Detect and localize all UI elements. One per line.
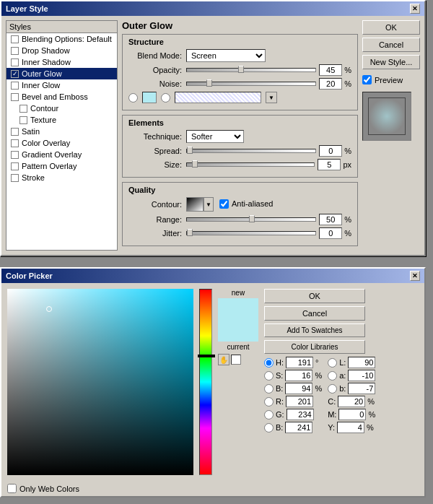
- cp-ok-button[interactable]: OK: [264, 289, 365, 303]
- l-input[interactable]: 90: [348, 357, 375, 368]
- l-row: L: 90: [328, 357, 375, 368]
- color-radio-gradient[interactable]: [161, 93, 170, 103]
- sidebar-item-stroke[interactable]: Stroke: [6, 172, 117, 183]
- preview-box: [362, 92, 411, 141]
- cp-cancel-button[interactable]: Cancel: [264, 306, 365, 321]
- preview-checkbox[interactable]: [362, 75, 372, 84]
- gradient-swatch[interactable]: [175, 92, 261, 103]
- spread-thumb[interactable]: [187, 147, 193, 154]
- r-input[interactable]: 201: [286, 396, 313, 407]
- sidebar-item-contour[interactable]: Contour: [6, 103, 117, 114]
- noise-input[interactable]: 20: [319, 78, 342, 90]
- noise-thumb[interactable]: [206, 79, 212, 87]
- jitter-thumb[interactable]: [187, 229, 193, 236]
- r-radio[interactable]: [264, 397, 274, 407]
- new-style-button[interactable]: New Style...: [362, 55, 420, 69]
- size-thumb[interactable]: [192, 160, 198, 168]
- sidebar-item-pattern-overlay[interactable]: Pattern Overlay: [6, 160, 117, 172]
- solid-color-swatch[interactable]: [142, 92, 157, 103]
- range-thumb[interactable]: [249, 215, 255, 222]
- sidebar-item-drop-shadow[interactable]: Drop Shadow: [6, 45, 117, 56]
- pattern-overlay-checkbox[interactable]: [11, 162, 19, 170]
- stroke-checkbox[interactable]: [11, 174, 19, 182]
- gradient-dropdown-arrow[interactable]: ▼: [266, 92, 277, 103]
- anti-aliased-checkbox[interactable]: [219, 199, 229, 209]
- range-input[interactable]: 50: [319, 214, 342, 225]
- b-cie-radio[interactable]: [328, 384, 337, 394]
- layer-style-right-buttons: OK Cancel New Style... Preview: [362, 20, 420, 251]
- outer-glow-checkbox[interactable]: ✓: [11, 70, 19, 78]
- color-radio-solid[interactable]: [128, 93, 138, 103]
- quality-title: Quality: [128, 186, 351, 194]
- g-input[interactable]: 234: [287, 409, 314, 420]
- blend-mode-dropdown[interactable]: Screen: [186, 49, 266, 62]
- cancel-button[interactable]: Cancel: [362, 38, 420, 52]
- bf-radio[interactable]: [264, 423, 274, 433]
- saturation-radio[interactable]: [264, 371, 274, 381]
- outer-glow-title: Outer Glow: [122, 20, 358, 31]
- gradient-overlay-checkbox[interactable]: [11, 151, 19, 159]
- b-cie-input[interactable]: -7: [348, 383, 375, 394]
- brightness-radio[interactable]: [264, 384, 274, 394]
- sidebar-item-gradient-overlay[interactable]: Gradient Overlay: [6, 149, 117, 160]
- texture-checkbox[interactable]: [19, 116, 27, 124]
- m-input[interactable]: 0: [338, 409, 366, 420]
- sidebar-item-blending-options[interactable]: Blending Options: Default: [6, 33, 117, 45]
- r-row: R: 201: [264, 396, 322, 407]
- sidebar-item-inner-glow[interactable]: Inner Glow: [6, 79, 117, 91]
- drop-shadow-checkbox[interactable]: [11, 47, 19, 55]
- layer-style-close-button[interactable]: ✕: [410, 4, 420, 14]
- opacity-slider[interactable]: [186, 68, 316, 72]
- color-picker-window: Color Picker ✕ new current ✋ OK: [0, 267, 426, 498]
- color-field[interactable]: [7, 289, 193, 475]
- sidebar-item-satin[interactable]: Satin: [6, 126, 117, 137]
- contour-dropdown-arrow[interactable]: ▼: [204, 197, 214, 212]
- bevel-emboss-checkbox[interactable]: [11, 93, 19, 101]
- eyedropper-icon[interactable]: ✋: [218, 354, 229, 365]
- h-input[interactable]: 191: [286, 357, 313, 368]
- l-radio[interactable]: [328, 358, 337, 368]
- sidebar-item-texture[interactable]: Texture: [6, 114, 117, 126]
- add-to-swatches-button[interactable]: Add To Swatches: [264, 323, 365, 337]
- hue-slider[interactable]: [199, 289, 212, 475]
- jitter-slider[interactable]: [186, 231, 316, 235]
- size-input[interactable]: 5: [318, 159, 341, 170]
- sidebar-item-bevel-emboss[interactable]: Bevel and Emboss: [6, 91, 117, 103]
- noise-slider[interactable]: [186, 82, 316, 86]
- inner-glow-checkbox[interactable]: [11, 82, 19, 90]
- preview-inner: [368, 97, 406, 135]
- contour-thumbnail[interactable]: [186, 197, 204, 212]
- spread-input[interactable]: 0: [319, 145, 342, 157]
- opacity-thumb[interactable]: [238, 66, 244, 73]
- sidebar-item-color-overlay[interactable]: Color Overlay: [6, 137, 117, 149]
- color-libraries-button[interactable]: Color Libraries: [264, 340, 365, 354]
- b-input[interactable]: 94: [285, 383, 312, 394]
- technique-dropdown[interactable]: Softer: [186, 130, 244, 143]
- c-input[interactable]: 20: [338, 396, 365, 407]
- range-slider[interactable]: [186, 217, 316, 222]
- ok-button[interactable]: OK: [362, 20, 420, 35]
- color-picker-close-button[interactable]: ✕: [410, 271, 420, 281]
- sidebar-item-inner-shadow[interactable]: Inner Shadow: [6, 56, 117, 68]
- hue-thumb[interactable]: [198, 355, 215, 357]
- only-web-colors-checkbox[interactable]: [7, 484, 17, 493]
- spread-slider[interactable]: [186, 149, 316, 153]
- hue-radio[interactable]: [264, 358, 274, 368]
- bf-input[interactable]: 241: [285, 422, 312, 433]
- a-radio[interactable]: [328, 371, 337, 381]
- y-input[interactable]: 4: [337, 422, 364, 433]
- satin-checkbox[interactable]: [11, 128, 19, 136]
- jitter-input[interactable]: 0: [319, 227, 342, 239]
- blending-options-checkbox[interactable]: [11, 35, 19, 43]
- inner-shadow-checkbox[interactable]: [11, 58, 19, 66]
- size-slider[interactable]: [186, 162, 315, 167]
- color-overlay-checkbox[interactable]: [11, 139, 19, 147]
- layer-style-title: Layer Style: [6, 4, 48, 13]
- a-input[interactable]: -10: [348, 370, 375, 381]
- sidebar-item-outer-glow[interactable]: ✓ Outer Glow: [6, 68, 117, 79]
- g-radio[interactable]: [264, 410, 274, 420]
- contour-checkbox[interactable]: [19, 105, 27, 113]
- s-input[interactable]: 16: [285, 370, 312, 381]
- color-fields: H: 191 ° S: 16 % B: 94 %: [264, 357, 365, 433]
- opacity-input[interactable]: 45: [319, 64, 342, 76]
